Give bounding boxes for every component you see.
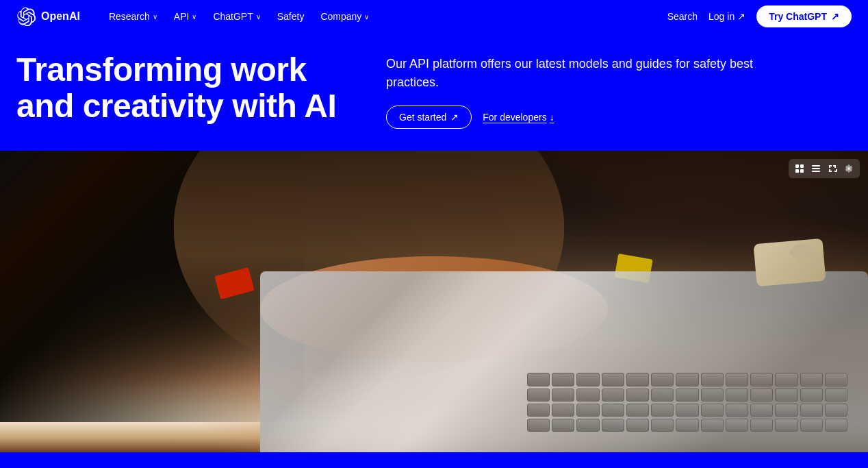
key [527, 373, 550, 386]
key [750, 404, 773, 417]
nav-item-company[interactable]: Company ∨ [314, 7, 376, 26]
key [552, 373, 574, 386]
expand-icon[interactable] [826, 162, 839, 175]
key [775, 389, 797, 402]
nav-item-safety[interactable]: Safety [270, 7, 311, 26]
key [576, 389, 599, 402]
brand-logo[interactable]: OpenAI [16, 7, 80, 26]
brand-name: OpenAI [41, 10, 80, 23]
svg-rect-2 [795, 169, 799, 173]
key [800, 373, 823, 386]
key [676, 373, 698, 386]
settings-gear-icon[interactable] [842, 162, 856, 175]
svg-rect-5 [812, 168, 820, 169]
key [651, 404, 674, 417]
hero-buttons: Get started ↗ For developers ↓ [386, 106, 852, 129]
chevron-down-icon: ∨ [256, 13, 261, 21]
hero-description: Our API platform offers our latest model… [386, 55, 769, 92]
hero-left-content: Transforming work and creativity with AI [16, 52, 359, 125]
key [527, 419, 550, 432]
key [825, 389, 847, 402]
key [676, 404, 698, 417]
nav-safety-label: Safety [277, 11, 305, 22]
try-chatgpt-label: Try ChatGPT [769, 11, 827, 22]
key [552, 419, 574, 432]
key [527, 404, 550, 417]
hero-image-section [0, 151, 868, 452]
svg-rect-3 [800, 169, 804, 173]
key [726, 419, 748, 432]
nav-research-label: Research [109, 11, 150, 22]
openai-logo-icon [16, 7, 36, 26]
key [626, 373, 649, 386]
key [726, 389, 748, 402]
key [676, 389, 698, 402]
key [726, 404, 748, 417]
chevron-down-icon: ∨ [192, 13, 196, 21]
nav-item-research[interactable]: Research ∨ [102, 7, 164, 26]
phone-on-table [754, 238, 826, 286]
key [800, 389, 823, 402]
key [825, 419, 847, 432]
key [651, 389, 674, 402]
nav-item-api[interactable]: API ∨ [167, 7, 204, 26]
nav-api-label: API [174, 11, 190, 22]
key [576, 373, 599, 386]
key [701, 373, 724, 386]
login-label: Log in [709, 11, 735, 22]
key [701, 404, 724, 417]
key [576, 419, 599, 432]
key [726, 373, 748, 386]
key [825, 373, 847, 386]
for-developers-button[interactable]: For developers ↓ [483, 112, 554, 123]
image-toolbar [789, 159, 860, 178]
svg-rect-6 [812, 171, 820, 172]
key [576, 404, 599, 417]
key [602, 389, 624, 402]
login-link[interactable]: Log in ↗ [709, 11, 745, 22]
key [676, 419, 698, 432]
grid-view-icon[interactable] [793, 162, 806, 175]
key [626, 419, 649, 432]
key [552, 404, 574, 417]
svg-rect-0 [795, 164, 799, 168]
key [626, 389, 649, 402]
get-started-button[interactable]: Get started ↗ [386, 106, 472, 129]
key [552, 389, 574, 402]
nav-chatgpt-label: ChatGPT [213, 11, 253, 22]
key [750, 373, 773, 386]
arrow-down-icon: ↓ [550, 112, 554, 123]
arrow-icon: ↗ [831, 11, 839, 22]
navbar: OpenAI Research ∨ API ∨ ChatGPT ∨ Safety… [0, 0, 868, 33]
get-started-label: Get started [399, 112, 446, 123]
arrow-up-right-icon: ↗ [450, 112, 459, 123]
key [651, 419, 674, 432]
key [602, 419, 624, 432]
key [775, 419, 797, 432]
try-chatgpt-button[interactable]: Try ChatGPT ↗ [756, 5, 852, 27]
search-label: Search [667, 11, 698, 22]
key [750, 389, 773, 402]
key [651, 373, 674, 386]
key [626, 404, 649, 417]
key [775, 404, 797, 417]
svg-rect-4 [812, 165, 820, 167]
nav-item-chatgpt[interactable]: ChatGPT ∨ [206, 7, 267, 26]
chevron-down-icon: ∨ [364, 13, 369, 21]
external-link-icon: ↗ [737, 11, 745, 22]
chevron-down-icon: ∨ [153, 13, 157, 21]
key [527, 389, 550, 402]
key [775, 373, 797, 386]
for-developers-label: For developers [483, 112, 546, 123]
search-link[interactable]: Search [667, 11, 698, 22]
key [825, 404, 847, 417]
laptop-overlay [260, 271, 868, 452]
nav-menu: Research ∨ API ∨ ChatGPT ∨ Safety Compan… [102, 7, 667, 26]
keyboard-grid [520, 366, 854, 439]
key [602, 373, 624, 386]
key [602, 404, 624, 417]
key [800, 404, 823, 417]
list-view-icon[interactable] [809, 162, 823, 175]
svg-rect-1 [800, 164, 804, 168]
hero-section: Transforming work and creativity with AI… [0, 33, 868, 151]
